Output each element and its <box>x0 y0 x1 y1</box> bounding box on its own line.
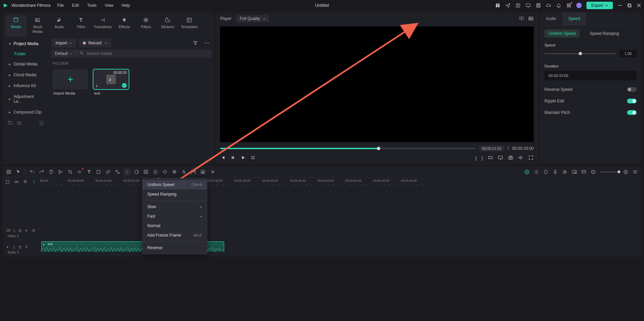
zoom-in-icon[interactable] <box>623 169 628 175</box>
menu-help[interactable]: Help <box>122 3 130 8</box>
speed-tool-icon[interactable] <box>124 169 130 175</box>
zoom-slider[interactable] <box>600 172 619 173</box>
ctx-item-slow[interactable]: Slow▸ <box>143 202 207 212</box>
fullscreen-icon[interactable] <box>528 155 534 161</box>
maintain-pitch-toggle[interactable] <box>627 110 637 115</box>
prev-frame-icon[interactable] <box>220 155 226 161</box>
lock-icon[interactable] <box>18 245 22 250</box>
import-dropdown[interactable]: Import <box>51 39 76 47</box>
gift-icon[interactable] <box>495 3 500 8</box>
sidebar-item-cloud-media[interactable]: ▸Cloud Media <box>5 70 46 80</box>
ctx-item-normal[interactable]: Normal <box>143 221 207 230</box>
timeline-tracks[interactable]: |00:0000:00:05:0000:00:10:0000:00:15:000… <box>40 178 641 252</box>
audio-adjust-icon[interactable] <box>77 169 82 175</box>
grid-icon[interactable] <box>6 169 12 175</box>
gear-icon[interactable] <box>534 169 539 175</box>
volume-icon[interactable] <box>518 155 523 161</box>
text-icon[interactable] <box>86 169 92 175</box>
stop-icon[interactable] <box>251 155 255 161</box>
filter-icon[interactable] <box>191 39 200 47</box>
mask-icon[interactable] <box>172 169 177 175</box>
keyframe-icon[interactable] <box>162 169 168 175</box>
render-icon[interactable] <box>581 169 586 175</box>
send-icon[interactable] <box>505 3 511 8</box>
track-magnet-icon[interactable] <box>22 179 28 184</box>
color-match-icon[interactable] <box>143 169 149 175</box>
close-icon[interactable] <box>637 3 641 8</box>
export-button[interactable]: Export <box>586 2 613 9</box>
more-icon[interactable] <box>202 39 211 47</box>
ai-icon[interactable]: AI <box>200 169 206 175</box>
camera-icon[interactable] <box>508 155 513 161</box>
mark-in-icon[interactable]: { <box>475 156 477 161</box>
history-icon[interactable] <box>515 3 521 8</box>
quality-dropdown[interactable]: Full Quality <box>236 15 269 22</box>
sidebar-item-adjustment-layer[interactable]: ▸Adjustment La... <box>5 92 46 106</box>
maximize-icon[interactable] <box>627 3 632 8</box>
ctx-item-fast[interactable]: Fast▸ <box>143 212 207 221</box>
play-icon[interactable] <box>240 155 246 161</box>
menu-edit[interactable]: Edit <box>72 3 79 8</box>
detach-icon[interactable] <box>115 169 120 175</box>
step-back-icon[interactable] <box>230 155 236 161</box>
mark-out-icon[interactable]: } <box>481 156 483 161</box>
track-link-icon[interactable] <box>14 179 19 184</box>
list-view-icon[interactable] <box>632 169 638 175</box>
bell-icon[interactable] <box>556 3 561 8</box>
tab-stock-media[interactable]: Stock Media <box>27 15 48 37</box>
reverse-speed-toggle[interactable] <box>627 87 637 92</box>
tab-filters[interactable]: Filters <box>135 15 156 37</box>
tab-media[interactable]: Media <box>5 15 26 37</box>
ctx-item-speed-ramping[interactable]: Speed Ramping <box>143 189 207 199</box>
duration-value[interactable]: 00:00:33:00 <box>544 71 637 80</box>
menu-view[interactable]: View <box>105 3 113 8</box>
delete-icon[interactable] <box>48 169 54 175</box>
props-tab-speed[interactable]: Speed <box>562 12 586 25</box>
smiley-icon[interactable] <box>524 169 530 175</box>
subtab-uniform-speed[interactable]: Uniform Speed <box>544 29 580 38</box>
collapse-sidebar-icon[interactable]: ‹ <box>39 120 44 126</box>
select-icon[interactable] <box>16 169 21 175</box>
media-item-test[interactable]: 00:00:33 ✓ test <box>93 69 129 97</box>
tab-templates[interactable]: Templates <box>179 15 200 37</box>
track-auto-icon[interactable] <box>31 179 37 184</box>
link-icon[interactable] <box>105 169 111 175</box>
ctx-item-add-freeze-frame[interactable]: Add Freeze FrameAlt+F <box>143 230 207 240</box>
mixer-icon[interactable] <box>562 169 567 175</box>
speed-value[interactable]: 1.00 <box>620 50 637 57</box>
new-folder-icon[interactable] <box>7 120 12 126</box>
tab-stickers[interactable]: Stickers <box>157 15 178 37</box>
sidebar-item-compound-clip[interactable]: ▸Compound Clip <box>5 107 46 117</box>
speed-slider[interactable] <box>544 53 616 54</box>
ctx-item-uniform-speed[interactable]: Uniform SpeedCtrl+R <box>143 180 207 189</box>
stopwatch-icon[interactable] <box>153 169 158 175</box>
screen-icon[interactable] <box>525 3 531 8</box>
snapshot-icon[interactable] <box>528 16 534 22</box>
undo-icon[interactable] <box>29 169 35 175</box>
display-icon[interactable] <box>498 155 503 161</box>
lock-icon[interactable] <box>18 228 22 234</box>
mute-icon[interactable] <box>25 228 29 234</box>
menu-tools[interactable]: Tools <box>87 3 96 8</box>
import-media-button[interactable]: + Import Media <box>53 69 88 97</box>
bracket-icon[interactable]: [••] <box>191 169 196 175</box>
crop-icon[interactable] <box>67 169 73 175</box>
cloud-icon[interactable] <box>546 3 551 8</box>
seek-bar[interactable] <box>220 148 476 149</box>
zoom-out-icon[interactable] <box>591 169 596 175</box>
more-tools-icon[interactable] <box>210 169 215 175</box>
ratio-icon[interactable] <box>488 155 493 161</box>
sort-dropdown[interactable]: Default <box>55 51 72 56</box>
search-input[interactable] <box>87 51 211 56</box>
color-icon[interactable] <box>134 169 139 175</box>
tab-titles[interactable]: Titles <box>70 15 91 37</box>
marker-icon[interactable] <box>543 169 549 175</box>
audio-track-lane[interactable]: test <box>40 239 641 252</box>
sidebar-item-project-media[interactable]: ▾Project Media <box>5 39 46 49</box>
mic-icon[interactable] <box>553 169 558 175</box>
compare-icon[interactable] <box>519 16 524 22</box>
tab-effects[interactable]: Effects <box>114 15 135 37</box>
menu-file[interactable]: File <box>57 3 64 8</box>
sidebar-item-global-media[interactable]: ▸Global Media <box>5 59 46 69</box>
timeline-ruler[interactable]: |00:0000:00:05:0000:00:10:0000:00:15:000… <box>40 178 641 185</box>
